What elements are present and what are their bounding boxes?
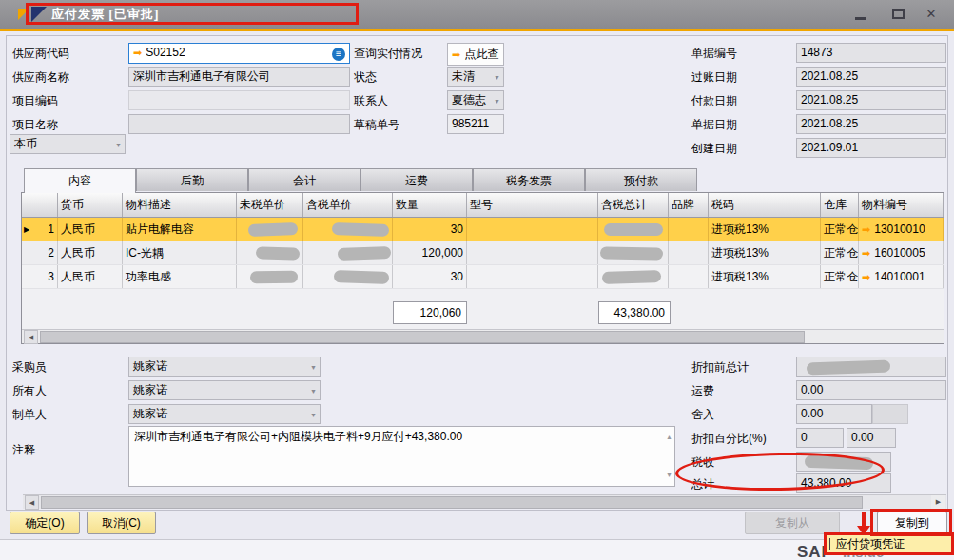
scroll-left-icon[interactable]: ◀ bbox=[24, 330, 38, 344]
link-arrow-icon[interactable]: ➡ bbox=[862, 271, 870, 282]
col-warehouse[interactable]: 仓库 bbox=[821, 193, 859, 217]
total-incl-cell[interactable] bbox=[598, 265, 669, 288]
currency-cell[interactable]: 人民币 bbox=[58, 265, 123, 288]
warehouse-cell[interactable]: 正常仓 bbox=[821, 265, 859, 288]
qty-cell[interactable]: 30 bbox=[393, 218, 467, 241]
currency-cell[interactable]: 人民币 bbox=[58, 241, 123, 264]
tax-code-cell[interactable]: 进项税13% bbox=[709, 265, 821, 288]
item-no-cell[interactable]: ➡16010005 bbox=[859, 241, 944, 264]
maximize-button[interactable] bbox=[886, 5, 910, 24]
tax-code-cell[interactable]: 进项税13% bbox=[709, 218, 821, 241]
menu-item-ap-credit-memo[interactable]: 应付贷项凭证 bbox=[824, 532, 954, 555]
item-no-cell[interactable]: ➡14010001 bbox=[859, 265, 944, 288]
tab-contents[interactable]: 内容 bbox=[24, 168, 136, 193]
model-cell[interactable] bbox=[467, 218, 598, 241]
col-qty[interactable]: 数量 bbox=[393, 193, 467, 217]
chevron-down-icon[interactable]: ▼ bbox=[310, 411, 317, 419]
qty-cell[interactable]: 120,000 bbox=[393, 241, 467, 264]
col-tax-code[interactable]: 税码 bbox=[709, 193, 821, 217]
col-item-desc[interactable]: 物料描述 bbox=[123, 193, 237, 217]
price-excl-cell[interactable] bbox=[237, 218, 303, 241]
scroll-down-icon[interactable]: ▼ bbox=[666, 468, 672, 483]
freight-field[interactable]: 0.00 bbox=[796, 380, 946, 400]
ok-button[interactable]: 确定(O) bbox=[10, 512, 80, 534]
table-row[interactable]: 2 人民币 IC-光耦 120,000 进项税13% 正常仓 ➡16010005 bbox=[22, 241, 944, 265]
cancel-button[interactable]: 取消(C) bbox=[87, 512, 156, 534]
brand-cell[interactable] bbox=[669, 265, 709, 288]
tab-tax-invoice[interactable]: 税务发票 bbox=[473, 168, 585, 191]
warehouse-cell[interactable]: 正常仓 bbox=[821, 218, 859, 241]
owner-select[interactable]: 姚家诺 ▼ bbox=[128, 380, 321, 400]
chevron-down-icon[interactable]: ▼ bbox=[310, 363, 317, 372]
creator-select[interactable]: 姚家诺 ▼ bbox=[128, 404, 321, 424]
link-arrow-icon[interactable]: ➡ bbox=[862, 247, 870, 259]
bottom-scrollbar[interactable]: ◀ ▶ bbox=[23, 494, 946, 509]
total-incl-cell[interactable] bbox=[598, 241, 669, 264]
doc-no-field[interactable]: 14873 bbox=[796, 43, 946, 63]
total-incl-cell[interactable] bbox=[598, 218, 669, 241]
due-date-field[interactable]: 2021.08.25 bbox=[796, 90, 946, 110]
qty-cell[interactable]: 30 bbox=[393, 265, 467, 288]
warehouse-cell[interactable]: 正常仓 bbox=[821, 241, 859, 264]
brand-cell[interactable] bbox=[669, 241, 709, 264]
scroll-up-icon[interactable]: ▲ bbox=[666, 430, 672, 445]
vendor-name-field[interactable]: 深圳市吉利通电子有限公司 bbox=[128, 67, 350, 87]
close-button[interactable]: ✕ bbox=[919, 5, 944, 24]
remarks-textarea[interactable]: 深圳市吉利通电子有限公司+内阻模块电子料+9月应付+43,380.00 ▲ ▼ bbox=[128, 426, 675, 487]
col-price-excl[interactable]: 未税单价 bbox=[237, 193, 303, 217]
minimize-button[interactable] bbox=[848, 5, 873, 24]
link-arrow-icon[interactable]: ➡ bbox=[133, 47, 142, 58]
discount-amount-field[interactable]: 0.00 bbox=[847, 428, 896, 448]
link-arrow-icon[interactable]: ➡ bbox=[862, 223, 870, 235]
rounding-field[interactable]: 0.00 bbox=[796, 404, 872, 424]
chevron-down-icon[interactable]: ▼ bbox=[494, 73, 500, 82]
row-number-cell[interactable]: 3 bbox=[22, 265, 58, 288]
posting-date-field[interactable]: 2021.08.25 bbox=[796, 67, 946, 87]
desc-cell[interactable]: 功率电感 bbox=[123, 265, 237, 288]
tab-freight[interactable]: 运费 bbox=[360, 168, 473, 191]
price-excl-cell[interactable] bbox=[237, 265, 303, 288]
buyer-select[interactable]: 姚家诺 ▼ bbox=[128, 357, 321, 377]
col-item-no[interactable]: 物料编号 bbox=[859, 193, 944, 217]
row-number-cell[interactable]: 2 bbox=[22, 241, 58, 264]
scrollbar-thumb[interactable] bbox=[40, 331, 805, 343]
price-excl-cell[interactable] bbox=[237, 241, 303, 264]
project-code-field[interactable] bbox=[128, 90, 350, 110]
desc-cell[interactable]: IC-光耦 bbox=[123, 241, 237, 264]
create-date-field[interactable]: 2021.09.01 bbox=[796, 138, 946, 158]
row-number-cell[interactable]: ▶1 bbox=[22, 218, 58, 241]
currency-cell[interactable]: 人民币 bbox=[58, 218, 123, 241]
col-rownum[interactable] bbox=[22, 193, 58, 217]
scroll-left-icon[interactable]: ◀ bbox=[25, 495, 39, 510]
tax-code-cell[interactable]: 进项税13% bbox=[709, 241, 821, 264]
col-price-incl[interactable]: 含税单价 bbox=[303, 193, 393, 217]
model-cell[interactable] bbox=[467, 241, 598, 264]
col-brand[interactable]: 品牌 bbox=[669, 193, 709, 217]
price-incl-cell[interactable] bbox=[303, 265, 393, 288]
vendor-code-field[interactable]: ➡S02152 ≡ bbox=[128, 43, 350, 64]
tab-prepayment[interactable]: 预付款 bbox=[585, 168, 697, 191]
scrollbar-thumb[interactable] bbox=[41, 496, 863, 509]
table-row[interactable]: 3 人民币 功率电感 30 进项税13% 正常仓 ➡14010001 bbox=[22, 265, 944, 289]
discount-percent-field[interactable]: 0 bbox=[796, 428, 844, 448]
scroll-right-icon[interactable]: ▶ bbox=[931, 495, 945, 510]
chevron-down-icon[interactable]: ▼ bbox=[115, 141, 122, 149]
table-row[interactable]: ▶1 人民币 贴片电解电容 30 进项税13% 正常仓 ➡13010010 bbox=[22, 218, 944, 241]
price-incl-cell[interactable] bbox=[303, 241, 393, 264]
col-model[interactable]: 型号 bbox=[467, 193, 598, 217]
draft-no-field[interactable]: 985211 bbox=[447, 114, 504, 134]
query-payment-button[interactable]: ➡点此查 bbox=[447, 43, 504, 66]
tab-accounting[interactable]: 会计 bbox=[248, 168, 360, 191]
model-cell[interactable] bbox=[467, 265, 598, 288]
col-currency[interactable]: 货币 bbox=[58, 193, 123, 217]
doc-date-field[interactable]: 2021.08.25 bbox=[796, 114, 946, 134]
item-no-cell[interactable]: ➡13010010 bbox=[859, 218, 944, 241]
contact-select[interactable]: 夏德志 ▼ bbox=[447, 90, 504, 110]
chevron-down-icon[interactable]: ▼ bbox=[494, 97, 500, 106]
status-select[interactable]: 未清 ▼ bbox=[447, 67, 504, 87]
price-incl-cell[interactable] bbox=[303, 218, 393, 241]
copy-to-button[interactable]: 复制到 bbox=[877, 512, 947, 534]
table-scrollbar[interactable]: ◀ bbox=[22, 329, 944, 343]
tab-logistics[interactable]: 后勤 bbox=[136, 168, 248, 191]
brand-cell[interactable] bbox=[669, 218, 709, 241]
